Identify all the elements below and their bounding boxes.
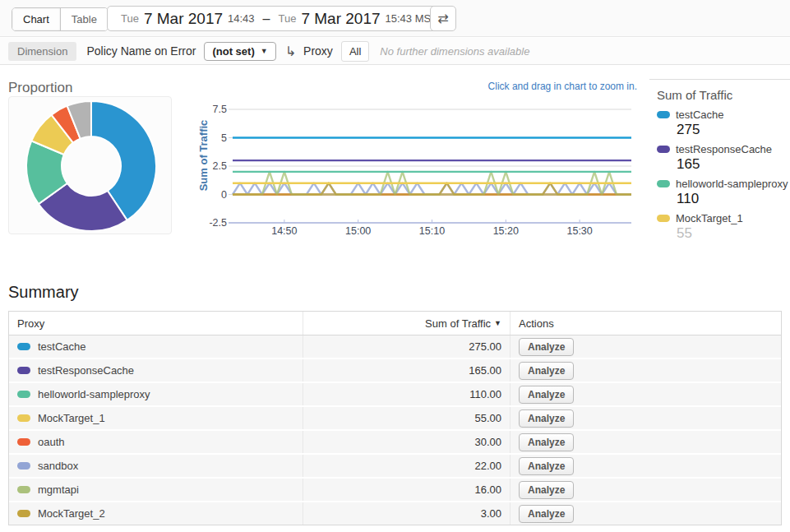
summary-table: Proxy Sum of Traffic ▼ Actions testCache… (8, 311, 782, 525)
summary-title: Summary (8, 283, 79, 302)
table-row: MockTarget_2 3.00 Analyze (9, 502, 781, 525)
table-row: MockTarget_1 55.00 Analyze (9, 407, 781, 431)
traffic-value: 165.00 (469, 364, 501, 377)
proxy-column-header: Proxy (9, 312, 303, 335)
legend-item[interactable]: MockTarget_1 55 (649, 210, 790, 244)
analyze-button[interactable]: Analyze (519, 409, 574, 428)
series-color-swatch (657, 146, 670, 153)
proxy-name: testCache (38, 340, 86, 353)
svg-text:Sum of Traffic: Sum of Traffic (197, 120, 210, 192)
dimension-selected-value: (not set) (212, 45, 254, 58)
analyze-button[interactable]: Analyze (519, 433, 574, 451)
series-value: 55 (677, 225, 790, 242)
series-color-swatch (17, 510, 30, 517)
legend-title: Sum of Traffic (649, 80, 790, 106)
analyze-button[interactable]: Analyze (519, 362, 574, 380)
traffic-column-label: Sum of Traffic (425, 317, 491, 330)
series-color-swatch (657, 180, 670, 187)
traffic-line-chart[interactable]: 7.552.50-2.514:5015:0015:1015:2015:30Sum… (197, 86, 649, 247)
table-row: sandbox 22.00 Analyze (9, 455, 781, 479)
date-range-picker[interactable]: Tue 7 Mar 2017 14:43 – Tue 7 Mar 2017 15… (107, 6, 451, 31)
traffic-value: 3.00 (481, 507, 501, 520)
table-row: oauth 30.00 Analyze (9, 431, 781, 455)
table-header-row: Proxy Sum of Traffic ▼ Actions (9, 312, 781, 335)
proxy-name: mgmtapi (38, 483, 79, 496)
svg-text:14:50: 14:50 (271, 225, 297, 237)
table-row: testResponseCache 165.00 Analyze (9, 359, 781, 383)
table-row: testCache 275.00 Analyze (9, 335, 781, 359)
traffic-value: 16.00 (474, 483, 501, 496)
analyze-button[interactable]: Analyze (519, 505, 574, 523)
table-row: mgmtapi 16.00 Analyze (9, 479, 781, 502)
svg-text:15:00: 15:00 (345, 225, 371, 237)
series-color-swatch (17, 343, 30, 350)
end-date: 7 Mar 2017 (301, 10, 380, 28)
no-dimensions-note: No further dimensions available (380, 45, 529, 58)
dimension-name: Policy Name on Error (86, 44, 196, 58)
drilldown-value-button[interactable]: All (341, 41, 369, 62)
analyze-button[interactable]: Analyze (519, 481, 574, 499)
date-range-separator: – (263, 12, 270, 26)
proportion-title: Proportion (8, 80, 72, 96)
traffic-value: 110.00 (469, 388, 501, 400)
view-toggle: Chart Table (12, 7, 109, 31)
svg-text:15:30: 15:30 (566, 225, 592, 237)
svg-text:15:10: 15:10 (419, 225, 445, 237)
legend-item[interactable]: testResponseCache 165 (649, 141, 790, 175)
dimension-bar: Dimension Policy Name on Error (not set)… (0, 38, 790, 65)
svg-text:5: 5 (221, 132, 227, 144)
dimension-label: Dimension (8, 42, 76, 61)
proxy-name: testResponseCache (38, 364, 134, 377)
svg-text:2.5: 2.5 (213, 160, 227, 172)
actions-column-header: Actions (510, 312, 781, 335)
analyze-button[interactable]: Analyze (519, 457, 574, 475)
series-color-swatch (17, 462, 30, 470)
svg-text:-2.5: -2.5 (209, 217, 227, 229)
series-name: testResponseCache (676, 143, 772, 155)
drilldown-dimension-name: Proxy (303, 44, 333, 58)
legend-item[interactable]: helloworld-sampleproxy 110 (649, 175, 790, 210)
traffic-value: 30.00 (474, 436, 501, 448)
drilldown-arrow-icon: ↳ (285, 44, 296, 59)
proxy-name: MockTarget_2 (38, 507, 105, 520)
proxy-name: oauth (38, 436, 65, 448)
series-color-swatch (17, 391, 30, 398)
end-day: Tue (279, 12, 297, 25)
svg-text:0: 0 (221, 189, 227, 201)
traffic-value: 22.00 (474, 460, 501, 472)
start-day: Tue (121, 12, 139, 25)
proxy-name: sandbox (38, 460, 78, 472)
table-tab[interactable]: Table (61, 8, 108, 30)
proxy-name: MockTarget_1 (38, 412, 105, 424)
start-date: 7 Mar 2017 (144, 10, 223, 28)
proportion-panel (8, 96, 172, 234)
series-color-swatch (17, 486, 30, 493)
traffic-value: 55.00 (474, 412, 501, 424)
chart-legend: Sum of Traffic testCache 275 testRespons… (649, 79, 790, 246)
refresh-button[interactable]: ⇄ (430, 6, 456, 31)
series-color-swatch (657, 111, 670, 118)
series-color-swatch (17, 438, 30, 446)
series-value: 275 (677, 122, 790, 138)
sort-descending-icon: ▼ (494, 319, 501, 327)
chart-tab[interactable]: Chart (12, 8, 61, 30)
series-name: MockTarget_1 (676, 212, 743, 224)
start-time: 14:43 (228, 12, 255, 25)
series-color-swatch (657, 215, 670, 222)
proportion-donut-chart (9, 97, 171, 234)
series-name: helloworld-sampleproxy (676, 178, 788, 190)
analyze-button[interactable]: Analyze (519, 386, 574, 404)
top-toolbar: Chart Table Tue 7 Mar 2017 14:43 – Tue 7… (0, 0, 790, 37)
legend-item[interactable]: testCache 275 (649, 106, 790, 141)
series-value: 165 (677, 156, 790, 173)
analyze-button[interactable]: Analyze (519, 338, 574, 356)
series-value: 110 (677, 191, 790, 207)
dimension-value-dropdown[interactable]: (not set) ▼ (204, 42, 275, 61)
svg-text:7.5: 7.5 (213, 104, 227, 115)
table-row: helloworld-sampleproxy 110.00 Analyze (9, 383, 781, 407)
traffic-column-header[interactable]: Sum of Traffic ▼ (303, 312, 510, 335)
svg-text:15:20: 15:20 (493, 225, 519, 237)
series-color-swatch (17, 367, 30, 374)
traffic-value: 275.00 (469, 340, 501, 353)
proxy-name: helloworld-sampleproxy (38, 388, 150, 400)
